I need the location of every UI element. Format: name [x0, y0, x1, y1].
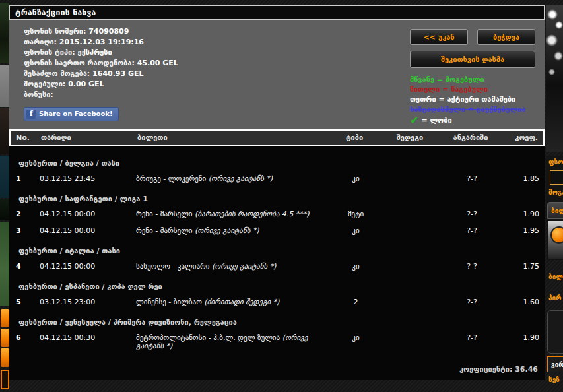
- row-match: ლინენსე - ბილბაო: [136, 298, 204, 306]
- table-row[interactable]: 4 04.12.15 00:00 სასუოლო - კალიარი (ორივ…: [9, 259, 545, 276]
- table-row[interactable]: 1 03.12.15 23:45 ბრიუგე - ლოკერენი (ორივ…: [9, 172, 545, 188]
- league-header: ფეხბურთი / საფრანგეთი / ლიგა 1: [9, 188, 545, 207]
- row-date: 03.12.15 23:45: [40, 174, 136, 183]
- row-no: 3: [15, 226, 40, 235]
- row-date: 03.12.15 23:00: [40, 298, 136, 306]
- row-score: ?-?: [440, 226, 504, 235]
- total-amount-value: 45.00 GEL: [137, 59, 178, 67]
- light-glow: [547, 9, 558, 20]
- legend-lobby-label: = ლობი: [421, 115, 451, 125]
- total-amount-label: ფსონის საერთო რაოდენობა:: [24, 59, 135, 67]
- personal-link-fragment[interactable]: პირ: [548, 294, 561, 302]
- check-icon: ✔: [410, 116, 418, 125]
- row-no: 2: [15, 210, 40, 218]
- left-thumbnail-strip: [0, 0, 9, 392]
- possible-win-row: შესაძლო მოგება: 1640.93 GEL: [24, 69, 178, 79]
- col-result: შედეგი: [381, 133, 439, 142]
- row-no: 4: [15, 262, 40, 271]
- row-score: ?-?: [440, 262, 504, 271]
- row-score: ?-?: [440, 210, 504, 218]
- row-date: 04.12.15 00:30: [40, 333, 136, 342]
- back-button[interactable]: << უკან: [410, 29, 468, 45]
- ball-logo[interactable]: [547, 220, 563, 260]
- field-thumbnail[interactable]: [0, 222, 9, 306]
- actions-and-legend: << უკან ბეჭდვა შეკითხვის დასმა მწვანე = …: [410, 26, 535, 125]
- league-header: ფეხბურთი / იტალია / თასი: [9, 240, 545, 259]
- date-label: თარიღი:: [24, 38, 57, 46]
- row-date: 04.12.15 00:00: [40, 226, 136, 235]
- facebook-share-label: Share on Facebook!: [39, 109, 113, 119]
- row-match: რენი - მარსელი: [136, 210, 195, 218]
- dark-thumbnail-2[interactable]: [0, 199, 9, 220]
- col-no: No.: [16, 133, 41, 142]
- bonus-label: ბონუსი:: [24, 90, 53, 99]
- row-no: 6: [15, 333, 40, 342]
- panel-body: ფსონის ნომერი: 74090809 თარიღი: 2015.12.…: [9, 20, 545, 380]
- won-label: მოგებული:: [24, 80, 65, 88]
- col-score: ანგარიში: [439, 133, 502, 142]
- row-ticket: ლინენსე - ბილბაო (ძირითადი შედეგი *): [136, 298, 329, 306]
- receipt-icon[interactable]: [1, 370, 9, 389]
- date-row: თარიღი: 2015.12.03 19:19:16: [24, 37, 178, 48]
- stadium-thumbnail[interactable]: [0, 3, 9, 63]
- promo-button-1[interactable]: [1, 309, 9, 327]
- row-ticket: ბრიუგე - ლოკერენი (ორივე გაიტანს *): [136, 174, 329, 183]
- row-score: ?-?: [440, 333, 504, 342]
- row-coef: 1.60: [504, 298, 539, 306]
- league-header: ფეხბურთი / ესპანეთი / კოპა დელ რეი: [9, 276, 545, 295]
- dark-thumbnail[interactable]: [0, 108, 9, 154]
- won-row: მოგებული: 0.00 GEL: [24, 79, 178, 90]
- gray-thumbnail[interactable]: [0, 65, 9, 107]
- panel-title: ტრანზაქციის ნახვა: [9, 5, 545, 20]
- ask-question-button[interactable]: შეკითხვის დასმა: [410, 51, 535, 68]
- row-coef: 1.95: [504, 226, 539, 235]
- table-row[interactable]: 6 04.12.15 00:30 მეტროპოლიტანოსი - ჰ.ბ.ლ…: [9, 331, 545, 356]
- row-ticket: რენი - მარსელი (ორივე გაიტანს *): [136, 226, 329, 235]
- won-value: 0.00 GEL: [68, 80, 104, 88]
- row-score: ?-?: [440, 298, 504, 306]
- stake-input-fragment[interactable]: [550, 170, 563, 185]
- row-match: სასუოლო - კალიარი: [136, 262, 212, 271]
- legend-cancelled: ხაზგადასმული = გაუქმებულია: [410, 104, 535, 114]
- tennis-thumbnail[interactable]: [0, 156, 9, 198]
- light-glow: [548, 69, 555, 75]
- bets-table-body: ფეხბურთი / ბელგია / თასი 1 03.12.15 23:4…: [9, 146, 545, 380]
- row-bet-note: (ბარათების რაოდენობა 4.5 ***): [195, 210, 309, 218]
- row-type: კი: [329, 174, 382, 183]
- table-row[interactable]: 3 04.12.15 00:00 რენი - მარსელი (ორივე გ…: [9, 224, 545, 240]
- table-row[interactable]: 5 03.12.15 23:00 ლინენსე - ბილბაო (ძირით…: [9, 295, 545, 311]
- legend-active: თეთრი = აქტიური თამაშები: [410, 94, 535, 104]
- row-ticket: სასუოლო - კალიარი (ორივე გაიტანს *): [136, 262, 329, 271]
- row-bet-note: (ორივე გაიტანს *): [195, 226, 259, 235]
- league-header: ფეხბურთი / ვენესუელა / პრიმერა დივიზიონი…: [9, 311, 545, 331]
- promo-button-3[interactable]: [1, 348, 9, 367]
- print-button[interactable]: ბეჭდვა: [477, 29, 535, 45]
- promo-button-2[interactable]: [1, 329, 9, 347]
- tickets-link-fragment[interactable]: ბილ: [548, 273, 563, 280]
- virtual-button-fragment[interactable]: ვირ: [547, 356, 563, 372]
- bet-number-value: 74090809: [88, 27, 129, 36]
- row-score: ?-?: [440, 174, 504, 183]
- total-coefficient: კოეფიციენტი: 36.46: [9, 356, 545, 374]
- result-color-legend: მწვანე = მოგებული წითელი = წაგებული თეთრ…: [410, 75, 535, 125]
- tickets-tab-fragment[interactable]: ბილ: [547, 202, 563, 219]
- table-row[interactable]: 2 04.12.15 00:00 რენი - მარსელი (ბარათებ…: [9, 207, 545, 224]
- row-no: 5: [15, 298, 40, 306]
- light-glow: [546, 34, 558, 46]
- row-ticket: მეტროპოლიტანოსი - ჰ.ბ.ლ. დელ ზულია (ორივ…: [136, 333, 329, 350]
- bet-amount-fragment: ფსო: [548, 158, 563, 166]
- row-match: რენი - მარსელი: [136, 226, 195, 235]
- col-ticket: ბილეთი: [137, 133, 328, 142]
- possible-win-label: შესაძლო მოგება:: [24, 69, 90, 78]
- row-match: ბრიუგე - ლოკერენი: [136, 174, 209, 183]
- row-type: მეტი: [329, 210, 382, 218]
- facebook-share-button[interactable]: f Share on Facebook!: [24, 107, 119, 121]
- row-type: კი: [329, 262, 382, 271]
- row-no: 1: [15, 174, 40, 183]
- legend-lost: წითელი = წაგებული: [410, 84, 535, 94]
- total-amount-row: ფსონის საერთო რაოდენობა: 45.00 GEL: [24, 58, 178, 69]
- season-link-fragment[interactable]: სეზ: [548, 376, 560, 383]
- row-bet-note: (ორივე გაიტანს *): [212, 262, 276, 271]
- right-sidebar-strip: ფსო მოგა ბილ ბილ პირ ვირ სეზ: [545, 0, 563, 392]
- row-bet-note: (ძირითადი შედეგი *): [204, 298, 279, 306]
